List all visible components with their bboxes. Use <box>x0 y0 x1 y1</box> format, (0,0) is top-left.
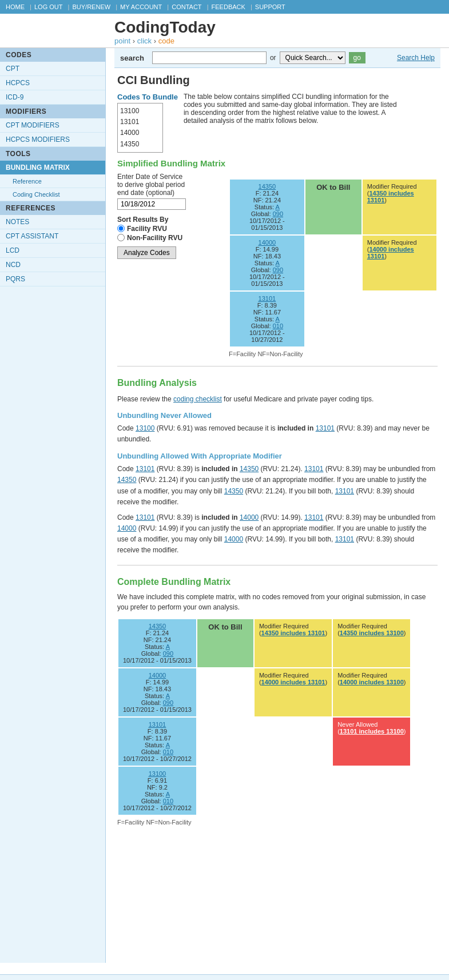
complete-row-14000: 14000 F: 14.99 NF: 18.43 Status: A Globa… <box>118 668 411 717</box>
complete-bundling-table: 14350 F: 21.24 NF: 21.24 Status: A Globa… <box>117 618 411 816</box>
simplified-matrix-table-wrapper: 14350 F: 21.24 NF: 21.24 Status: A Globa… <box>229 173 438 357</box>
sidebar-item-hcpcs[interactable]: HCPCS <box>0 76 105 90</box>
complete-code-13101: 13101 F: 8.39 NF: 11.67 Status: A Global… <box>118 717 197 766</box>
global-link-14350-sim[interactable]: 090 <box>273 210 283 217</box>
code-ref-14350c-para1[interactable]: 14350 <box>224 487 243 495</box>
sidebar-item-cpt-assistant[interactable]: CPT ASSISTANT <box>0 229 105 244</box>
mod-code-link-14350-sim[interactable]: 14350 includes 13101 <box>367 190 414 204</box>
sidebar-item-reference[interactable]: Reference <box>0 175 105 188</box>
search-label: search <box>120 54 144 62</box>
complete-code-link-13101[interactable]: 13101 <box>149 721 166 728</box>
sidebar-codes-header: CODES <box>0 48 105 62</box>
code-ref-14000b-para2[interactable]: 14000 <box>117 524 136 532</box>
complete-code-14000: 14000 F: 14.99 NF: 18.43 Status: A Globa… <box>118 668 197 717</box>
footer: Physician Reimbursement Systems 12301 Gr… <box>0 974 449 980</box>
sidebar-item-lcd[interactable]: LCD <box>0 244 105 258</box>
non-facility-rvu-radio[interactable] <box>117 234 125 241</box>
code-cell-14350: 14350 F: 21.24 NF: 21.24 Status: A Globa… <box>229 179 305 235</box>
nav-feedback[interactable]: FEEDBACK <box>212 3 245 10</box>
code-link-13101-sim[interactable]: 13101 <box>259 295 276 302</box>
sidebar-references-header: REFERENCES <box>0 201 105 215</box>
sidebar-item-ncd[interactable]: NCD <box>0 258 105 272</box>
nav-support[interactable]: SUPPORT <box>255 3 285 10</box>
code-ref-13101c-para1[interactable]: 13101 <box>335 487 354 495</box>
code-ref-13101b-para2[interactable]: 13101 <box>304 513 323 521</box>
complete-status-13101[interactable]: A <box>166 742 170 748</box>
sidebar-item-cpt[interactable]: CPT <box>0 62 105 76</box>
code-ref-14000c-para2[interactable]: 14000 <box>224 535 243 543</box>
sidebar-item-cpt-modifiers[interactable]: CPT MODIFIERS <box>0 118 105 133</box>
complete-mod-link-14350-13101[interactable]: 14350 includes 13101 <box>261 630 325 636</box>
code-ref-13101c-para2[interactable]: 13101 <box>335 535 354 543</box>
code-link-14000-sim[interactable]: 14000 <box>259 239 276 246</box>
mod-code-link-14000-sim[interactable]: 14000 includes 13101 <box>367 246 414 260</box>
complete-code-link-13100[interactable]: 13100 <box>149 770 166 777</box>
search-input[interactable] <box>152 51 267 64</box>
code-ref-14000-para2[interactable]: 14000 <box>240 513 259 521</box>
modifier-required-cell-14000: Modifier Required (14000 includes 13101) <box>362 235 437 291</box>
sidebar-item-pqrs[interactable]: PQRS <box>0 272 105 286</box>
sidebar-item-icd9[interactable]: ICD-9 <box>0 90 105 105</box>
complete-mod-link-14000-13101[interactable]: 14000 includes 13101 <box>261 679 325 686</box>
or-text: or <box>270 54 276 62</box>
complete-code-link-14000[interactable]: 14000 <box>149 672 166 679</box>
never-allowed-link-13101-13100[interactable]: 13101 includes 13100 <box>340 728 404 735</box>
nav-logout[interactable]: LOG OUT <box>34 3 63 10</box>
complete-status-13100[interactable]: A <box>166 791 170 798</box>
complete-code-link-14350[interactable]: 14350 <box>149 623 166 630</box>
complete-global-14000[interactable]: 090 <box>163 699 173 706</box>
code-ref-14350b-para1[interactable]: 14350 <box>117 476 136 484</box>
code-ref-13100-never[interactable]: 13100 <box>136 424 154 432</box>
nav-myaccount[interactable]: MY ACCOUNT <box>120 3 162 10</box>
complete-mod-req-14350-13101: Modifier Required (14350 includes 13101) <box>254 619 332 668</box>
sidebar-item-hcpcs-modifiers[interactable]: HCPCS MODIFIERS <box>0 133 105 147</box>
nav-contact[interactable]: CONTACT <box>172 3 201 10</box>
non-facility-rvu-label[interactable]: Non-Facility RVU <box>117 234 220 242</box>
complete-mod-link-14350-13100[interactable]: 14350 includes 13100 <box>340 630 404 636</box>
go-button[interactable]: go <box>349 52 365 63</box>
codes-bundle-section: Codes To Bundle 13100 13101 14000 14350 <box>117 93 178 153</box>
status-link-13101-sim[interactable]: A <box>276 316 280 322</box>
sidebar-item-notes[interactable]: NOTES <box>0 215 105 229</box>
code-ref-13101-para2[interactable]: 13101 <box>136 513 154 521</box>
code-entry-0: 13100 <box>120 106 160 117</box>
complete-status-14350[interactable]: A <box>166 643 170 650</box>
main-content: search or Quick Search... go Search Help… <box>106 48 449 963</box>
sidebar-item-coding-checklist[interactable]: Coding Checklist <box>0 188 105 201</box>
complete-global-13101[interactable]: 010 <box>163 748 173 755</box>
code-ref-13101b-para1[interactable]: 13101 <box>304 465 323 473</box>
date-input[interactable] <box>117 198 186 210</box>
simplified-bundling-table: 14350 F: 21.24 NF: 21.24 Status: A Globa… <box>229 178 438 348</box>
sort-section: Sort Results By Facility RVU Non-Facilit… <box>117 216 220 242</box>
complete-global-13100[interactable]: 010 <box>163 798 173 804</box>
complete-status-14000[interactable]: A <box>166 692 170 699</box>
top-navigation: HOME | LOG OUT | BUY/RENEW | MY ACCOUNT … <box>0 0 449 14</box>
quick-search-select[interactable]: Quick Search... <box>280 51 345 64</box>
status-link-14000-sim[interactable]: A <box>276 260 280 266</box>
sidebar-item-bundling-matrix[interactable]: BUNDLING MATRIX <box>0 161 105 175</box>
coding-checklist-link[interactable]: coding checklist <box>173 395 222 403</box>
code-ref-13101-never[interactable]: 13101 <box>316 424 335 432</box>
analysis-section: Bundling Analysis Please review the codi… <box>117 378 438 556</box>
complete-global-14350[interactable]: 090 <box>163 650 173 657</box>
complete-mod-link-14000-13100[interactable]: 14000 includes 13100 <box>340 679 404 686</box>
code-link-14350-sim[interactable]: 14350 <box>259 183 276 190</box>
never-allowed-cell-13101-13100: Never Allowed (13101 includes 13100) <box>332 717 411 766</box>
code-ref-14350-para1[interactable]: 14350 <box>240 465 259 473</box>
code-ref-13101-para1[interactable]: 13101 <box>136 465 154 473</box>
facility-rvu-label[interactable]: Facility RVU <box>117 225 220 233</box>
analyze-codes-button[interactable]: Analyze Codes <box>117 246 176 259</box>
complete-matrix-desc: We have included this complete matrix, w… <box>117 592 438 612</box>
global-link-13101-sim[interactable]: 010 <box>273 322 283 329</box>
search-help-link[interactable]: Search Help <box>397 54 435 62</box>
status-link-14350-sim[interactable]: A <box>276 204 280 210</box>
global-link-14000-sim[interactable]: 090 <box>273 266 283 273</box>
complete-mod-req-14000-13101: Modifier Required (14000 includes 13101) <box>254 668 332 717</box>
nav-home[interactable]: HOME <box>6 3 25 10</box>
code-cell-14000: 14000 F: 14.99 NF: 18.43 Status: A Globa… <box>229 235 305 291</box>
site-header: CodingToday point › click › code <box>0 14 449 48</box>
facility-rvu-radio[interactable] <box>117 225 125 232</box>
nav-buyrenew[interactable]: BUY/RENEW <box>72 3 110 10</box>
ok-to-bill-cell-14350: OK to Bill <box>305 179 362 235</box>
sidebar-modifiers-header: MODIFIERS <box>0 105 105 118</box>
